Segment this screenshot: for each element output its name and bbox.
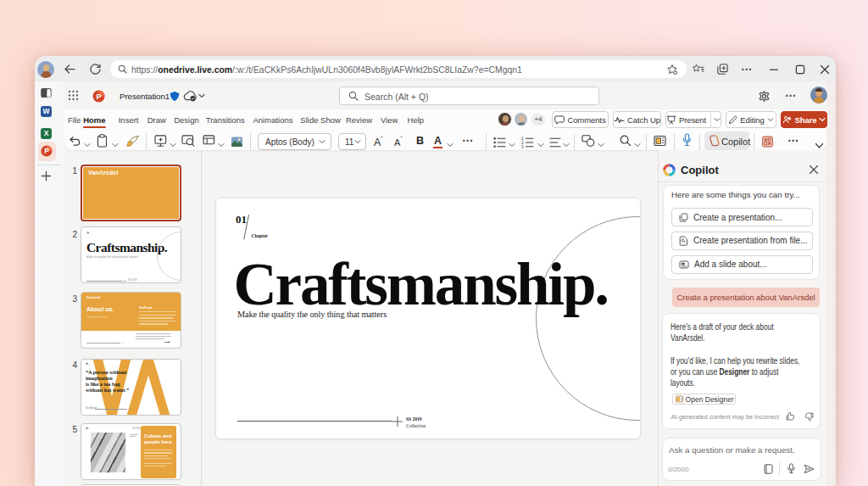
svg-text:3: 3 — [521, 145, 524, 149]
svg-text:P: P — [44, 147, 49, 155]
svg-text:P: P — [96, 92, 101, 100]
